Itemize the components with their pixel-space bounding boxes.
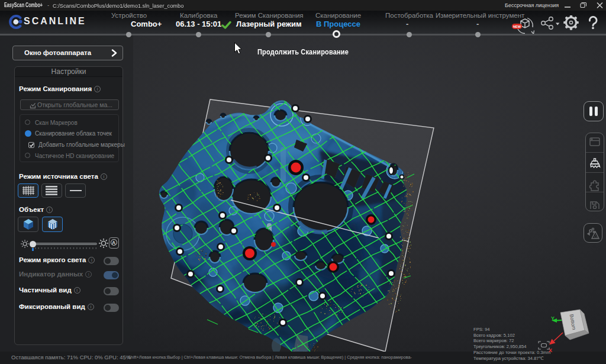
svg-text:Y: Y — [551, 315, 555, 321]
svg-text:NEW: NEW — [513, 25, 521, 28]
